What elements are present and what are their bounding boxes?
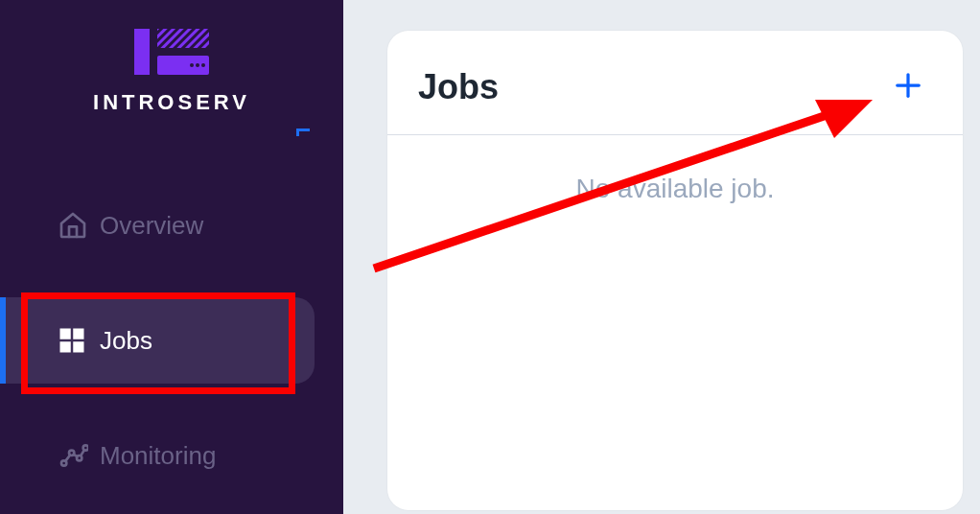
svg-point-5 (196, 63, 199, 67)
sidebar-item-monitoring[interactable]: Monitoring (0, 412, 343, 499)
brand-logo-icon (128, 67, 215, 83)
grid-icon (58, 326, 100, 355)
svg-line-16 (74, 455, 78, 456)
corner-mark-icon (296, 128, 310, 142)
svg-line-15 (65, 455, 70, 460)
sidebar-item-label: Overview (100, 211, 203, 241)
svg-rect-2 (157, 29, 209, 48)
svg-line-17 (81, 451, 83, 456)
sidebar-item-jobs[interactable]: Jobs (0, 297, 315, 384)
svg-point-6 (201, 63, 205, 67)
home-icon (58, 210, 100, 241)
card-header: Jobs (387, 31, 963, 135)
brand-name: INTROSERV (0, 90, 343, 115)
svg-rect-8 (75, 330, 83, 339)
card-title: Jobs (418, 67, 499, 107)
sidebar-nav: Overview Jobs (0, 182, 343, 499)
svg-point-4 (190, 63, 194, 67)
sidebar: INTROSERV Overview (0, 0, 343, 514)
card-body: No available job. (387, 135, 963, 204)
svg-rect-3 (157, 56, 209, 75)
sidebar-item-label: Monitoring (100, 441, 216, 471)
brand-logo-block: INTROSERV (0, 19, 343, 115)
add-job-button[interactable] (892, 71, 924, 104)
svg-rect-7 (61, 330, 70, 339)
analytics-icon (58, 440, 100, 471)
sidebar-item-overview[interactable]: Overview (0, 182, 343, 269)
plus-icon (894, 71, 922, 104)
svg-rect-10 (75, 343, 83, 352)
svg-rect-9 (61, 343, 70, 352)
svg-rect-1 (134, 29, 150, 75)
empty-state-text: No available job. (387, 174, 963, 204)
jobs-card: Jobs No available job. (387, 31, 963, 510)
sidebar-item-label: Jobs (100, 326, 152, 356)
